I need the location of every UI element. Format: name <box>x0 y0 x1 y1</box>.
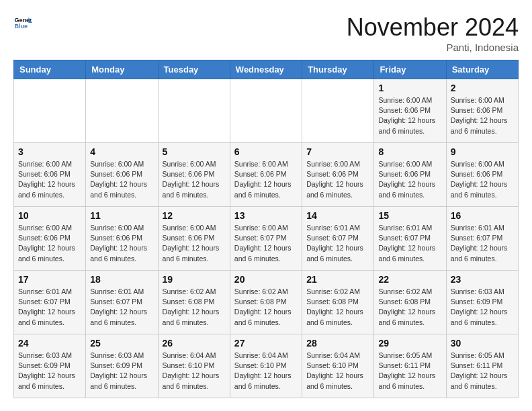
calendar-week-5: 24Sunrise: 6:03 AM Sunset: 6:09 PM Dayli… <box>14 334 519 398</box>
day-number: 22 <box>378 274 441 285</box>
day-number: 26 <box>163 338 226 349</box>
calendar-cell: 12Sunrise: 6:00 AM Sunset: 6:06 PM Dayli… <box>158 207 230 271</box>
calendar-cell: 5Sunrise: 6:00 AM Sunset: 6:06 PM Daylig… <box>158 143 230 207</box>
calendar-cell: 27Sunrise: 6:04 AM Sunset: 6:10 PM Dayli… <box>230 334 302 398</box>
cell-sun-info: Sunrise: 6:02 AM Sunset: 6:08 PM Dayligh… <box>234 287 298 328</box>
calendar-cell <box>86 79 158 143</box>
calendar-cell: 22Sunrise: 6:02 AM Sunset: 6:08 PM Dayli… <box>374 271 446 334</box>
calendar-cell: 17Sunrise: 6:01 AM Sunset: 6:07 PM Dayli… <box>14 271 86 334</box>
calendar-week-2: 3Sunrise: 6:00 AM Sunset: 6:06 PM Daylig… <box>14 143 519 207</box>
cell-sun-info: Sunrise: 6:03 AM Sunset: 6:09 PM Dayligh… <box>90 351 153 392</box>
day-number: 3 <box>18 146 81 157</box>
calendar-cell: 23Sunrise: 6:03 AM Sunset: 6:09 PM Dayli… <box>446 271 518 334</box>
day-number: 30 <box>451 338 514 349</box>
month-title: November 2024 <box>347 13 519 42</box>
calendar-cell: 4Sunrise: 6:00 AM Sunset: 6:06 PM Daylig… <box>86 143 158 207</box>
cell-sun-info: Sunrise: 6:00 AM Sunset: 6:07 PM Dayligh… <box>234 223 298 264</box>
cell-sun-info: Sunrise: 6:00 AM Sunset: 6:06 PM Dayligh… <box>306 159 369 200</box>
calendar-cell: 16Sunrise: 6:01 AM Sunset: 6:07 PM Dayli… <box>446 207 518 271</box>
calendar-cell: 6Sunrise: 6:00 AM Sunset: 6:06 PM Daylig… <box>230 143 302 207</box>
calendar-cell: 1Sunrise: 6:00 AM Sunset: 6:06 PM Daylig… <box>374 79 446 143</box>
cell-sun-info: Sunrise: 6:00 AM Sunset: 6:06 PM Dayligh… <box>18 159 81 200</box>
calendar-cell: 2Sunrise: 6:00 AM Sunset: 6:06 PM Daylig… <box>446 79 518 143</box>
day-number: 14 <box>306 210 369 221</box>
day-number: 21 <box>306 274 369 285</box>
logo-icon: General Blue <box>13 13 32 32</box>
calendar-table: SundayMondayTuesdayWednesdayThursdayFrid… <box>13 60 519 398</box>
calendar-cell: 7Sunrise: 6:00 AM Sunset: 6:06 PM Daylig… <box>302 143 374 207</box>
page-header: General Blue November 2024 Panti, Indone… <box>13 13 519 53</box>
day-number: 28 <box>306 338 369 349</box>
cell-sun-info: Sunrise: 6:05 AM Sunset: 6:11 PM Dayligh… <box>378 351 441 392</box>
cell-sun-info: Sunrise: 6:00 AM Sunset: 6:06 PM Dayligh… <box>163 223 226 264</box>
calendar-cell <box>14 79 86 143</box>
title-block: November 2024 Panti, Indonesia <box>347 13 519 53</box>
day-number: 5 <box>163 146 226 157</box>
day-number: 19 <box>163 274 226 285</box>
cell-sun-info: Sunrise: 6:00 AM Sunset: 6:06 PM Dayligh… <box>90 159 153 200</box>
calendar-week-1: 1Sunrise: 6:00 AM Sunset: 6:06 PM Daylig… <box>14 79 519 143</box>
calendar-cell: 13Sunrise: 6:00 AM Sunset: 6:07 PM Dayli… <box>230 207 302 271</box>
svg-text:Blue: Blue <box>14 23 28 30</box>
calendar-cell <box>302 79 374 143</box>
cell-sun-info: Sunrise: 6:00 AM Sunset: 6:06 PM Dayligh… <box>90 223 153 264</box>
day-number: 23 <box>451 274 514 285</box>
cell-sun-info: Sunrise: 6:01 AM Sunset: 6:07 PM Dayligh… <box>451 223 514 264</box>
cell-sun-info: Sunrise: 6:00 AM Sunset: 6:06 PM Dayligh… <box>378 95 441 136</box>
day-number: 20 <box>234 274 298 285</box>
calendar-cell: 3Sunrise: 6:00 AM Sunset: 6:06 PM Daylig… <box>14 143 86 207</box>
cell-sun-info: Sunrise: 6:02 AM Sunset: 6:08 PM Dayligh… <box>163 287 226 328</box>
calendar-cell: 8Sunrise: 6:00 AM Sunset: 6:06 PM Daylig… <box>374 143 446 207</box>
day-number: 18 <box>90 274 153 285</box>
calendar-cell: 24Sunrise: 6:03 AM Sunset: 6:09 PM Dayli… <box>14 334 86 398</box>
day-number: 17 <box>18 274 81 285</box>
calendar-cell: 11Sunrise: 6:00 AM Sunset: 6:06 PM Dayli… <box>86 207 158 271</box>
calendar-cell: 15Sunrise: 6:01 AM Sunset: 6:07 PM Dayli… <box>374 207 446 271</box>
cell-sun-info: Sunrise: 6:04 AM Sunset: 6:10 PM Dayligh… <box>234 351 298 392</box>
cell-sun-info: Sunrise: 6:01 AM Sunset: 6:07 PM Dayligh… <box>378 223 441 264</box>
calendar-cell: 10Sunrise: 6:00 AM Sunset: 6:06 PM Dayli… <box>14 207 86 271</box>
cell-sun-info: Sunrise: 6:03 AM Sunset: 6:09 PM Dayligh… <box>451 287 514 328</box>
weekday-header-wednesday: Wednesday <box>230 60 302 79</box>
weekday-header-saturday: Saturday <box>446 60 518 79</box>
day-number: 29 <box>378 338 441 349</box>
day-number: 9 <box>451 146 514 157</box>
calendar-cell <box>230 79 302 143</box>
cell-sun-info: Sunrise: 6:02 AM Sunset: 6:08 PM Dayligh… <box>306 287 369 328</box>
cell-sun-info: Sunrise: 6:01 AM Sunset: 6:07 PM Dayligh… <box>306 223 369 264</box>
cell-sun-info: Sunrise: 6:00 AM Sunset: 6:06 PM Dayligh… <box>234 159 298 200</box>
day-number: 4 <box>90 146 153 157</box>
day-number: 11 <box>90 210 153 221</box>
calendar-week-4: 17Sunrise: 6:01 AM Sunset: 6:07 PM Dayli… <box>14 271 519 334</box>
calendar-cell: 19Sunrise: 6:02 AM Sunset: 6:08 PM Dayli… <box>158 271 230 334</box>
cell-sun-info: Sunrise: 6:00 AM Sunset: 6:06 PM Dayligh… <box>163 159 226 200</box>
weekday-header-thursday: Thursday <box>302 60 374 79</box>
calendar-cell: 9Sunrise: 6:00 AM Sunset: 6:06 PM Daylig… <box>446 143 518 207</box>
day-number: 13 <box>234 210 298 221</box>
location: Panti, Indonesia <box>347 42 519 53</box>
weekday-header-sunday: Sunday <box>14 60 86 79</box>
day-number: 6 <box>234 146 298 157</box>
cell-sun-info: Sunrise: 6:01 AM Sunset: 6:07 PM Dayligh… <box>18 287 81 328</box>
day-number: 15 <box>378 210 441 221</box>
weekday-header-friday: Friday <box>374 60 446 79</box>
day-number: 1 <box>378 83 441 93</box>
day-number: 27 <box>234 338 298 349</box>
day-number: 7 <box>306 146 369 157</box>
day-number: 12 <box>163 210 226 221</box>
day-number: 16 <box>451 210 514 221</box>
cell-sun-info: Sunrise: 6:00 AM Sunset: 6:06 PM Dayligh… <box>18 223 81 264</box>
day-number: 8 <box>378 146 441 157</box>
cell-sun-info: Sunrise: 6:03 AM Sunset: 6:09 PM Dayligh… <box>18 351 81 392</box>
calendar-cell <box>158 79 230 143</box>
calendar-cell: 30Sunrise: 6:05 AM Sunset: 6:11 PM Dayli… <box>446 334 518 398</box>
day-number: 2 <box>451 83 514 93</box>
cell-sun-info: Sunrise: 6:00 AM Sunset: 6:06 PM Dayligh… <box>378 159 441 200</box>
logo: General Blue <box>13 13 32 32</box>
weekday-header-tuesday: Tuesday <box>158 60 230 79</box>
cell-sun-info: Sunrise: 6:04 AM Sunset: 6:10 PM Dayligh… <box>306 351 369 392</box>
day-number: 25 <box>90 338 153 349</box>
weekday-header-monday: Monday <box>86 60 158 79</box>
calendar-cell: 26Sunrise: 6:04 AM Sunset: 6:10 PM Dayli… <box>158 334 230 398</box>
cell-sun-info: Sunrise: 6:00 AM Sunset: 6:06 PM Dayligh… <box>451 159 514 200</box>
